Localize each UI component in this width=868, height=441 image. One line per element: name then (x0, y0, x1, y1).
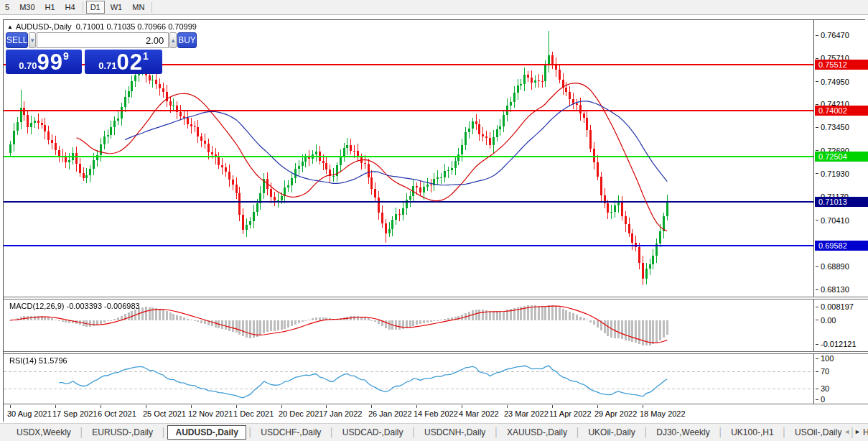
date-axis-label: 25 Oct 2021 (143, 409, 186, 418)
axis-tick-label: 0.008197 (816, 302, 854, 311)
date-axis-tick (597, 405, 598, 408)
macd-label: MACD(12,26,9) -0.003393 -0.006983 (9, 302, 140, 310)
axis-tick-label: 0.74950 (816, 78, 849, 86)
date-axis-label: 23 Mar 2022 (504, 409, 549, 418)
axis-tick-label: -0.012121 (816, 340, 857, 348)
tab-audusd-daily[interactable]: AUDUSD-,Daily (167, 425, 246, 440)
axis-tick-text: 70 (821, 367, 829, 376)
date-axis-tick (55, 405, 56, 408)
ask-price-panel[interactable]: 0.71 02 1 (85, 50, 162, 74)
axis-tick-label: 30 (816, 384, 829, 393)
buy-button[interactable]: BUY (177, 32, 197, 48)
axis-tick-label: 0 (816, 395, 825, 404)
tab-separator: │ (246, 427, 255, 437)
axis-tick-text: 0.71930 (821, 170, 849, 178)
date-axis-label: 18 May 2022 (640, 409, 686, 418)
date-axis-tick (281, 405, 282, 408)
axis-tick-dash (816, 358, 818, 359)
axis-tick-label: 70 (816, 367, 829, 376)
tab-separator: │ (717, 427, 725, 437)
tab-separator: │ (780, 427, 789, 437)
spinner-down-icon: ▼ (29, 37, 35, 44)
spinner-up-icon: ▲ (170, 37, 176, 44)
axis-tick-dash (816, 320, 818, 320)
tab-separator: │ (492, 427, 500, 437)
date-axis-label: 12 Nov 2021 (188, 409, 233, 418)
date-axis-tick (643, 405, 643, 408)
tab-xauusd-daily[interactable]: XAUUSD-,Daily (500, 425, 574, 440)
tab-scroll-arrows[interactable]: ◄► (844, 428, 865, 435)
axis-tick-label: 0.68130 (816, 285, 849, 294)
date-axis-label: 17 Sep 2021 (52, 409, 97, 418)
date-axis-label: 11 Apr 2022 (549, 409, 592, 418)
date-axis-label: 4 Mar 2022 (459, 409, 499, 418)
date-axis-tick (146, 405, 146, 408)
date-axis-tick (326, 405, 327, 408)
sell-button[interactable]: SELL (6, 32, 28, 48)
date-axis-tick (10, 405, 11, 408)
tab-usdcad-daily[interactable]: USDCAD-,Daily (336, 425, 410, 440)
tab-usdchf-daily[interactable]: USDCHF-,Daily (254, 425, 327, 440)
volume-input[interactable] (37, 32, 169, 48)
tab-scroll-left-icon[interactable]: ◄ (844, 428, 854, 435)
timeframe-button-mn[interactable]: MN (128, 1, 149, 14)
axis-tick-text: 30 (821, 384, 829, 393)
tab-ukoil-daily[interactable]: UKOil-,Daily (582, 425, 641, 440)
tab-usdcnh-daily[interactable]: USDCNH-,Daily (418, 425, 492, 440)
timeframe-button-h1[interactable]: H1 (41, 1, 60, 14)
price-axis[interactable]: 0.764700.757100.749500.742100.734500.726… (813, 20, 868, 297)
axis-tick-text: 0.76470 (821, 31, 849, 40)
date-axis-tick (371, 405, 372, 408)
timeframe-button-w1[interactable]: W1 (106, 1, 127, 14)
axis-tick-text: 0 (821, 395, 825, 404)
tab-separator: │ (642, 427, 650, 437)
tab-eurusd-daily[interactable]: EURUSD-,Daily (85, 425, 159, 440)
tab-scroll-right-icon[interactable]: ► (854, 428, 865, 435)
chart-marker-icon: ▲ (7, 24, 13, 30)
rsi-axis[interactable]: 10070300 (813, 354, 868, 404)
tab-uk100-h1[interactable]: UK100-,H1 (724, 425, 780, 440)
axis-tick-text: 0.70410 (821, 216, 849, 225)
date-axis-tick (101, 405, 101, 408)
volume-decrease-button[interactable]: ▼ (29, 32, 36, 48)
axis-tick-dash (816, 344, 818, 345)
axis-tick-dash (816, 104, 818, 105)
axis-tick-dash (816, 81, 818, 82)
bid-price-big-digits: 99 (37, 52, 63, 73)
chart-title: ▲AUDUSD-,Daily 0.71001 0.71035 0.70966 0… (7, 22, 197, 31)
ask-price-big-digits: 02 (117, 52, 143, 73)
timeframe-button-h4[interactable]: H4 (61, 1, 80, 14)
axis-tick-label: 0.68890 (816, 262, 849, 271)
ask-price-prefix: 0.71 (98, 60, 116, 71)
axis-tick-label: 0.00 (816, 316, 836, 325)
axis-tick-dash (816, 127, 818, 128)
axis-tick-text: 100 (821, 354, 834, 363)
axis-tick-label: 0.73450 (816, 123, 849, 131)
tab-usoil-daily[interactable]: USOil-,Daily (788, 425, 848, 440)
date-axis-label: 20 Dec 2021 (279, 409, 323, 418)
rsi-canvas[interactable] (4, 354, 813, 404)
timeframe-toolbar: 5M30H1H4D1W1MN (0, 0, 868, 15)
bid-price-panel[interactable]: 0.70 99 9 (6, 50, 82, 74)
date-axis[interactable]: 30 Aug 202117 Sep 20216 Oct 202125 Oct 2… (4, 405, 868, 422)
axis-tick-dash (816, 58, 818, 59)
date-axis-tick (416, 405, 417, 408)
timeframe-button-d1[interactable]: D1 (86, 1, 105, 14)
bid-price-prefix: 0.70 (19, 60, 37, 71)
tab-separator: │ (327, 427, 336, 437)
date-axis-tick (507, 405, 508, 408)
timeframe-button-5[interactable]: 5 (1, 1, 14, 14)
macd-indicator-panel[interactable]: MACD(12,26,9) -0.003393 -0.006983 (4, 300, 813, 351)
timeframe-button-m30[interactable]: M30 (15, 1, 39, 14)
rsi-indicator-panel[interactable]: RSI(14) 51.5796 (4, 354, 813, 404)
axis-tick-label: 0.70410 (816, 216, 849, 225)
macd-axis[interactable]: 0.0081970.00-0.012121 (813, 300, 868, 351)
chart-ohlc-values: 0.71001 0.71035 0.70966 0.70999 (76, 22, 197, 31)
tab-usdx-weekly[interactable]: USDX,Weekly (10, 425, 78, 440)
axis-tick-dash (816, 399, 818, 400)
axis-tick-dash (816, 289, 818, 290)
price-level-badge: 0.75512 (815, 60, 868, 70)
volume-increase-button[interactable]: ▲ (169, 32, 177, 48)
tab-dj30-weekly[interactable]: DJ30-,Weekly (650, 425, 716, 440)
axis-tick-text: 0.008197 (821, 302, 854, 311)
